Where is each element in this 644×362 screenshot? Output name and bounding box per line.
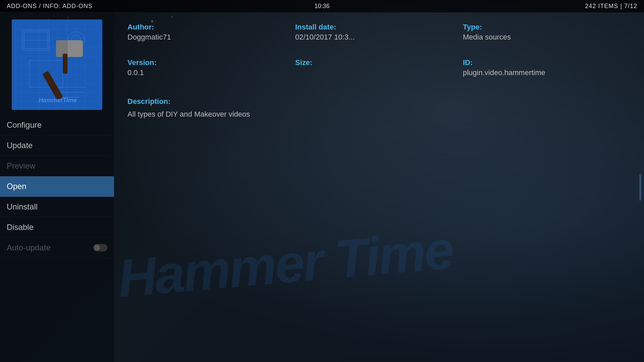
menu-item-uninstall[interactable]: Uninstall — [0, 197, 114, 217]
menu-item-configure[interactable]: Configure — [0, 115, 114, 135]
menu-item-open[interactable]: Open — [0, 176, 114, 197]
info-row-2: Version: 0.0.1 Size: ID: plugin.video.ha… — [127, 58, 631, 84]
version-label: Version: — [127, 58, 295, 67]
svg-rect-31 — [63, 54, 67, 74]
install-date-label: Install date: — [295, 23, 463, 32]
info-author: Author: Doggmatic71 — [127, 23, 295, 42]
type-label: Type: — [463, 23, 631, 32]
auto-update-toggle[interactable] — [93, 244, 107, 251]
right-panel: Author: Doggmatic71 Install date: 02/10/… — [114, 13, 644, 362]
menu-item-auto-update[interactable]: Auto-update — [0, 238, 114, 258]
item-counter: 242 ITEMS | 7/12 — [585, 3, 637, 10]
author-label: Author: — [127, 23, 295, 32]
scroll-indicator — [639, 174, 641, 201]
menu-item-preview: Preview — [0, 156, 114, 176]
info-id: ID: plugin.video.hammertime — [463, 58, 631, 77]
main-content: HammerTime Configure Update Preview Open… — [0, 13, 644, 362]
id-value: plugin.video.hammertime — [463, 68, 631, 77]
type-value: Media sources — [463, 33, 631, 42]
author-value: Doggmatic71 — [127, 33, 295, 42]
info-description: Description: All types of DIY and Makeov… — [127, 97, 631, 120]
addon-thumbnail: HammerTime — [12, 19, 102, 110]
clock: 10:36 — [314, 3, 329, 10]
description-label: Description: — [127, 97, 631, 106]
info-type: Type: Media sources — [463, 23, 631, 42]
version-value: 0.0.1 — [127, 68, 295, 77]
info-install-date: Install date: 02/10/2017 10:3... — [295, 23, 463, 42]
breadcrumb: ADD-ONS / INFO: ADD-ONS — [7, 3, 93, 10]
toggle-switch-knob — [94, 245, 100, 251]
id-label: ID: — [463, 58, 631, 67]
svg-text:HammerTime: HammerTime — [39, 97, 77, 104]
left-panel: HammerTime Configure Update Preview Open… — [0, 13, 114, 362]
info-size: Size: — [295, 58, 463, 77]
size-label: Size: — [295, 58, 463, 67]
description-text: All types of DIY and Makeover videos — [127, 109, 631, 120]
menu-item-update[interactable]: Update — [0, 135, 114, 156]
top-bar: ADD-ONS / INFO: ADD-ONS 10:36 242 ITEMS … — [0, 0, 644, 13]
menu-item-disable[interactable]: Disable — [0, 217, 114, 238]
info-row-1: Author: Doggmatic71 Install date: 02/10/… — [127, 23, 631, 48]
info-version: Version: 0.0.1 — [127, 58, 295, 77]
install-date-value: 02/10/2017 10:3... — [295, 33, 463, 42]
blueprint-svg: HammerTime — [12, 20, 102, 110]
